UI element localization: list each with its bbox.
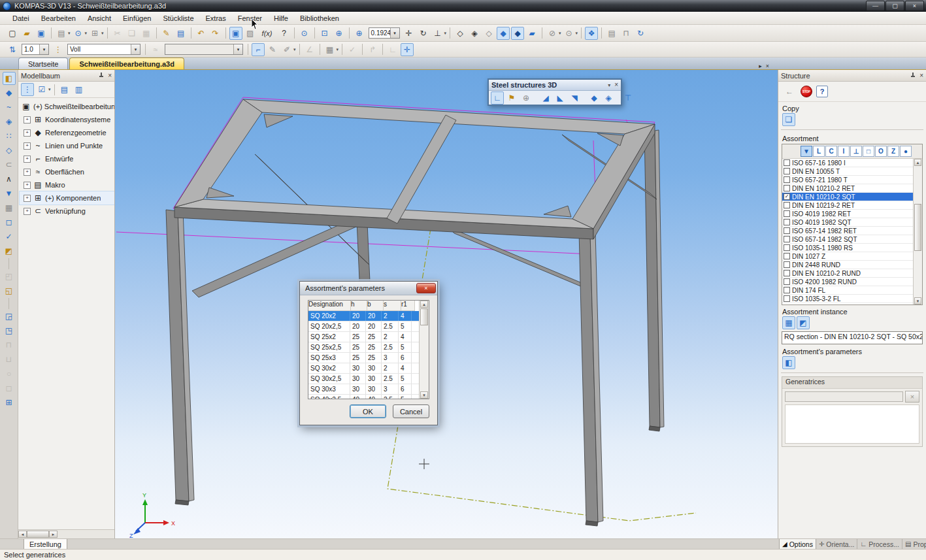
panel-tab-orienta-[interactable]: ✛Orienta... (816, 539, 858, 549)
tab-startseite[interactable]: Startseite (18, 58, 68, 69)
expander-icon[interactable]: + (24, 208, 31, 215)
section-parameters-icon[interactable]: ◧ (782, 356, 795, 369)
table-row-sq-40x2-5[interactable]: SQ 40x2,540402.55 (308, 395, 419, 399)
grid-caret-icon[interactable]: ▾ (337, 47, 339, 52)
zoom-select-icon[interactable]: ⊙ (298, 27, 311, 40)
checkbox-icon[interactable] (784, 244, 790, 251)
solid-body-icon[interactable]: ◆ (3, 86, 16, 99)
scroll-right-icon[interactable]: ► (49, 531, 58, 538)
menu-einfügen[interactable]: Einfügen (117, 13, 157, 24)
extrude-icon[interactable]: ◲ (3, 310, 16, 323)
assortment-item-din-en-10210-2-sqt[interactable]: ✓DIN EN 10210-2 SQT (782, 193, 913, 201)
zoom-window-icon[interactable]: ⊡ (318, 27, 331, 40)
undo-icon[interactable]: ↶ (195, 27, 208, 40)
check-model-icon[interactable]: ✓ (3, 230, 16, 243)
panel-tab-process-[interactable]: ∟Process... (857, 539, 902, 549)
context-help-icon[interactable]: ? (278, 27, 291, 40)
scroll-thumb[interactable] (27, 531, 49, 538)
column-header-b[interactable]: b (367, 301, 384, 311)
assortment-item-iso-657-16-1980-i[interactable]: ISO 657-16 1980 I (782, 159, 913, 167)
checkbox-icon[interactable] (784, 202, 790, 208)
zoom-in-out-icon[interactable]: ⊕ (333, 27, 346, 40)
tree-item-verkn-pfung[interactable]: +⊂Verknüpfung (20, 205, 114, 218)
table-row-sq-30x3[interactable]: SQ 30x3303036 (308, 384, 419, 395)
erase-icon[interactable]: ✐ (280, 43, 293, 56)
expander-icon[interactable]: + (24, 129, 31, 137)
angle-joint-3-icon[interactable]: ◥ (568, 91, 581, 105)
copy-object-icon[interactable]: ❏ (782, 113, 795, 126)
erase-caret-icon[interactable]: ▾ (293, 47, 296, 52)
state-combo[interactable]: Voll▾ (67, 44, 141, 55)
specification-icon[interactable]: ▤ (174, 27, 188, 40)
assortment-item-iso-657-21-1980-t[interactable]: ISO 657-21 1980 T (782, 176, 913, 184)
checkbox-icon[interactable] (784, 219, 790, 225)
menu-extras[interactable]: Extras (200, 13, 232, 24)
checkbox-icon[interactable] (784, 168, 790, 174)
pin-element-icon[interactable]: ⊤ (621, 91, 635, 105)
scroll-up-icon[interactable]: ▲ (420, 301, 428, 308)
assortment-item-din-en-10219-2-ret[interactable]: DIN EN 10219-2 RET (782, 201, 913, 210)
hidden-lines-thin-icon[interactable]: ◇ (482, 27, 495, 40)
tree-item-referenzgeometrie[interactable]: +◆Referenzgeometrie (20, 126, 114, 139)
close-panel-icon[interactable]: × (919, 73, 923, 79)
tree-item-linien-und-punkte[interactable]: +~Linien und Punkte (20, 139, 114, 152)
zoom-scale-icon[interactable]: ⊕ (353, 27, 366, 40)
assortment-item-iso-657-14-1982-sqt[interactable]: ISO 657-14 1982 SQT (782, 235, 913, 244)
open-document-icon[interactable]: ▰ (20, 27, 33, 40)
menu-ansicht[interactable]: Ansicht (82, 13, 117, 24)
table-row-sq-20x2-5[interactable]: SQ 20x2,520202.55 (308, 321, 419, 332)
tree-structure-icon[interactable]: ⋮ (21, 83, 34, 96)
generatrices-field[interactable] (785, 391, 903, 402)
shaded-edges-icon[interactable]: ◆ (511, 27, 524, 40)
refresh-window-icon[interactable]: ↻ (634, 27, 647, 40)
filter-funnel-icon[interactable]: ▼ (801, 146, 812, 157)
redo-icon[interactable]: ↷ (209, 27, 222, 40)
profile-O-icon[interactable]: O (875, 146, 887, 157)
export-icon[interactable]: ◱ (3, 284, 16, 297)
cancel-button[interactable]: Cancel (393, 404, 429, 418)
panel-tab-options[interactable]: ◢Options (779, 539, 816, 550)
variables-icon[interactable]: f(x) (258, 27, 276, 40)
profile-C-icon[interactable]: C (825, 146, 837, 157)
save-icon[interactable]: ▣ (35, 27, 48, 40)
tree-item-oberfl-chen[interactable]: +≈Oberflächen (20, 165, 114, 178)
surface-icon[interactable]: ◈ (3, 115, 16, 128)
expander-icon[interactable]: + (24, 142, 31, 150)
shaded-icon[interactable]: ◆ (497, 27, 510, 40)
assortment-item-din-174-fl[interactable]: DIN 174 FL (782, 286, 913, 295)
assortment-item-iso-4019-1982-ret[interactable]: ISO 4019 1982 RET (782, 210, 913, 218)
corner-profile-icon[interactable]: ∟ (491, 91, 504, 105)
profile-Z-icon[interactable]: Z (887, 146, 899, 157)
menu-bearbeiten[interactable]: Bearbeiten (35, 13, 82, 24)
display-options-icon[interactable]: ☑ (35, 83, 48, 96)
gusset-plate-icon[interactable]: ◆ (587, 91, 601, 105)
menu-stückliste[interactable]: Stückliste (157, 13, 199, 24)
menu-fenster[interactable]: Fenster (232, 13, 268, 24)
profile-I-icon[interactable]: I (838, 146, 850, 157)
scroll-down-icon[interactable]: ▼ (420, 391, 428, 399)
step-combo-dropdown-icon[interactable]: ▾ (39, 44, 48, 54)
column-header-s[interactable]: s (384, 301, 401, 311)
table-vscrollbar[interactable]: ▲ ▼ (419, 301, 429, 399)
hidden-lines-icon[interactable]: ◈ (468, 27, 481, 40)
checkbox-icon[interactable] (784, 253, 790, 259)
model-modes-icon[interactable]: ⊓ (620, 27, 633, 40)
section-display-icon[interactable]: ⊙ (563, 27, 576, 40)
dialog-close-button[interactable]: × (416, 283, 436, 293)
pin-icon[interactable] (910, 73, 916, 78)
column-header-h[interactable]: h (351, 301, 367, 311)
checkbox-icon[interactable] (784, 236, 790, 242)
model-tree-hscrollbar[interactable]: ◄ ► (18, 529, 114, 538)
simplify-display-icon[interactable]: ⊘ (546, 27, 559, 40)
expander-icon[interactable]: + (24, 156, 31, 163)
assortment-item-iso-1035-3-2-fl[interactable]: ISO 1035-3-2 FL (782, 295, 913, 303)
edit-part-icon[interactable]: ◧ (3, 72, 16, 85)
orientation-caret-icon[interactable]: ▾ (444, 31, 447, 36)
scroll-up-icon[interactable]: ▲ (914, 159, 921, 166)
minimize-button[interactable]: — (866, 1, 885, 11)
print-caret-icon[interactable]: ▾ (68, 31, 71, 36)
checkbox-icon[interactable] (784, 210, 790, 217)
scroll-down-icon[interactable]: ▼ (914, 297, 921, 305)
scroll-thumb[interactable] (914, 204, 921, 251)
checkbox-icon[interactable] (784, 261, 790, 268)
